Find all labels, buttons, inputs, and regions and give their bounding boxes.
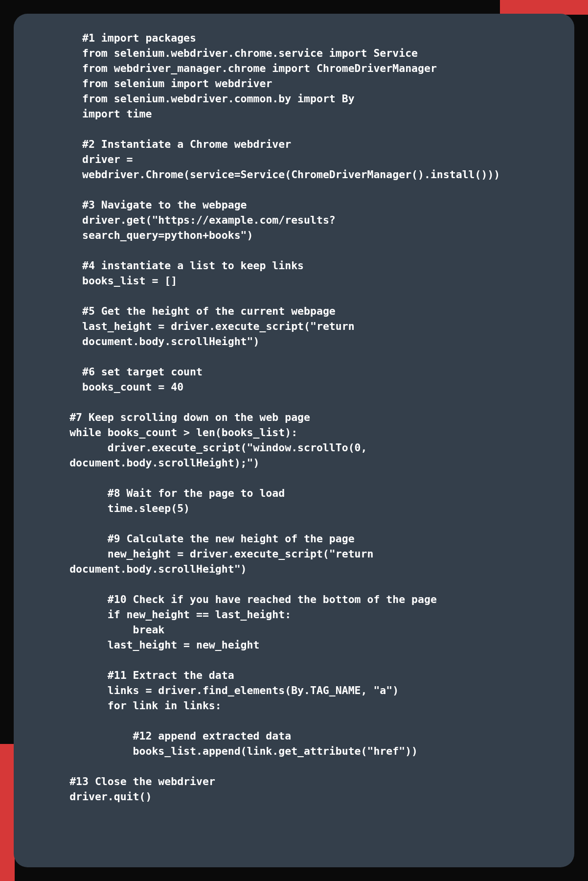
code-line: from webdriver_manager.chrome import Chr…	[82, 61, 555, 76]
code-line: search_query=python+books")	[82, 228, 555, 243]
code-block-card: #1 import packagesfrom selenium.webdrive…	[14, 14, 574, 867]
code-line: from selenium.webdriver.chrome.service i…	[82, 46, 555, 61]
code-line: if new_height == last_height:	[82, 607, 555, 622]
code-line: from selenium import webdriver	[82, 76, 555, 91]
code-line: books_list = []	[82, 273, 555, 288]
code-line: books_list.append(link.get_attribute("hr…	[82, 743, 555, 759]
code-line: document.body.scrollHeight")	[82, 334, 555, 349]
code-line: import time	[82, 106, 555, 121]
comment-13: #13 Close the webdriver	[69, 774, 555, 789]
code-line: document.body.scrollHeight);")	[69, 455, 555, 470]
code-line: while books_count > len(books_list):	[69, 425, 555, 440]
comment-6: #6 set target count	[82, 364, 555, 379]
comment-4: #4 instantiate a list to keep links	[82, 258, 555, 273]
code-line: last_height = driver.execute_script("ret…	[82, 319, 555, 334]
code-content: #1 import packagesfrom selenium.webdrive…	[82, 30, 555, 804]
code-line: new_height = driver.execute_script("retu…	[82, 546, 555, 561]
code-line: document.body.scrollHeight")	[69, 561, 555, 577]
comment-11: #11 Extract the data	[82, 668, 555, 683]
code-line: from selenium.webdriver.common.by import…	[82, 91, 555, 106]
code-line: webdriver.Chrome(service=Service(ChromeD…	[82, 167, 555, 182]
code-line: driver.get("https://example.com/results?	[82, 212, 555, 228]
comment-2: #2 Instantiate a Chrome webdriver	[82, 137, 555, 152]
code-line: time.sleep(5)	[82, 501, 555, 516]
comment-7: #7 Keep scrolling down on the web page	[69, 410, 555, 425]
decorative-red-top	[500, 0, 588, 15]
code-line: books_count = 40	[82, 379, 555, 394]
code-line: break	[82, 622, 555, 637]
comment-3: #3 Navigate to the webpage	[82, 197, 555, 212]
comment-8: #8 Wait for the page to load	[82, 486, 555, 501]
comment-5: #5 Get the height of the current webpage	[82, 303, 555, 319]
code-line: driver =	[82, 152, 555, 167]
comment-1: #1 import packages	[82, 30, 555, 46]
code-line: last_height = new_height	[82, 637, 555, 652]
comment-10: #10 Check if you have reached the bottom…	[82, 592, 555, 607]
code-line: links = driver.find_elements(By.TAG_NAME…	[82, 683, 555, 698]
code-line: driver.execute_script("window.scrollTo(0…	[82, 440, 555, 455]
decorative-red-bottom	[0, 744, 15, 881]
comment-9: #9 Calculate the new height of the page	[82, 531, 555, 546]
comment-12: #12 append extracted data	[82, 728, 555, 743]
code-line: driver.quit()	[69, 789, 555, 804]
code-line: for link in links:	[82, 698, 555, 713]
